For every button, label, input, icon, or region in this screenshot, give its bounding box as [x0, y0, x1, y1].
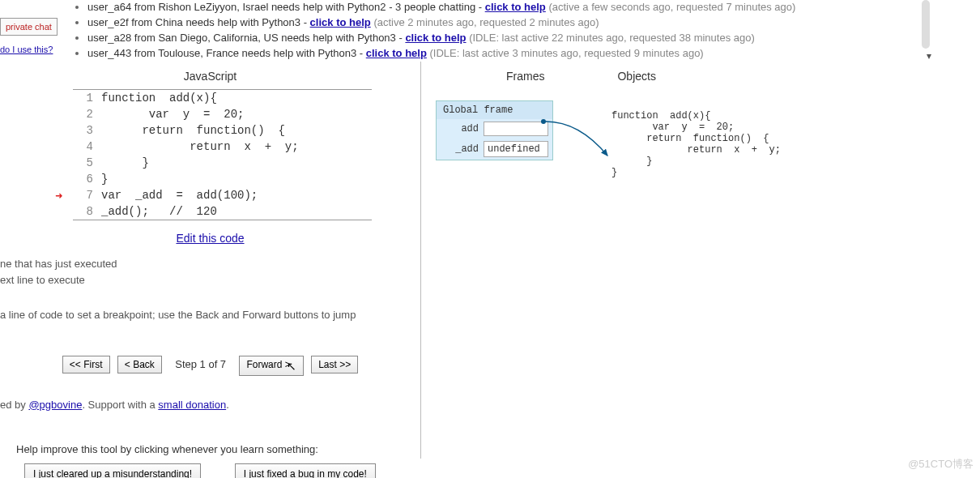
object-function: function add(x){ var y = 20; return func… — [611, 110, 781, 178]
code-line[interactable]: 2 var y = 20; — [73, 106, 372, 122]
just-executed-label: ne that has just executed — [0, 256, 420, 272]
code-line[interactable]: 8_add(); // 120 — [73, 203, 372, 220]
help-item: user_a28 from San Diego, California, US … — [87, 31, 931, 46]
credit-line: ed by @pgbovine. Support with a small do… — [0, 399, 420, 411]
click-to-help-link[interactable]: click to help — [485, 1, 546, 13]
var-name: add — [437, 120, 484, 138]
click-to-help-link[interactable]: click to help — [405, 32, 466, 44]
help-queue: private chat do I use this? user_a64 fro… — [0, 0, 980, 62]
cursor-icon: ↖ — [287, 360, 296, 373]
edit-code-link[interactable]: Edit this code — [0, 232, 420, 245]
step-text: Step 1 of 7 — [175, 358, 226, 370]
donation-link[interactable]: small donation — [158, 399, 226, 411]
frame-row-_add: _add undefined — [437, 139, 552, 160]
private-chat-button[interactable]: private chat — [0, 18, 58, 36]
frames-header: Frames — [506, 70, 544, 83]
code-block: 1function add(x){2 var y = 20;3 return f… — [73, 89, 372, 220]
forward-button[interactable]: Forward >↖ — [239, 356, 303, 376]
current-line-arrow-icon: ➜ — [55, 189, 62, 204]
help-item: user_e2f from China needs help with Pyth… — [87, 15, 931, 31]
frame-row-add: add — [437, 119, 552, 139]
objects-header: Objects — [617, 70, 655, 83]
help-list: user_a64 from Rishon LeZiyyon, Israel ne… — [65, 0, 931, 62]
exec-info: ne that has just executed ext line to ex… — [0, 256, 420, 323]
click-to-help-link[interactable]: click to help — [366, 47, 427, 59]
pointer-arrow-icon — [539, 117, 620, 161]
scrollbar[interactable] — [922, 0, 930, 49]
help-item: user_443 from Toulouse, France needs hel… — [87, 46, 931, 62]
help-item: user_a64 from Rishon LeZiyyon, Israel ne… — [87, 0, 931, 15]
viz-headers: Frames Objects — [437, 70, 964, 83]
improve-label: Help improve this tool by clicking whene… — [16, 443, 420, 455]
svg-point-0 — [541, 119, 546, 124]
last-button[interactable]: Last >> — [311, 356, 358, 373]
global-frame: Global frame add _add undefined — [436, 100, 553, 160]
code-line[interactable]: 6} — [73, 171, 372, 187]
click-to-help-link[interactable]: click to help — [310, 16, 371, 28]
code-line[interactable]: 1function add(x){ — [73, 90, 372, 106]
fixed-bug-button[interactable]: I just fixed a bug in my code! — [235, 463, 376, 479]
visualizer-pane: Frames Objects Global frame add _add und… — [421, 62, 980, 459]
first-button[interactable]: << First — [62, 356, 110, 373]
author-link[interactable]: @pgbovine — [28, 399, 82, 411]
code-line[interactable]: 4 return x + y; — [73, 139, 372, 155]
code-line[interactable]: 5 } — [73, 155, 372, 171]
code-line[interactable]: 3 return function() { — [73, 122, 372, 139]
chevron-down-icon[interactable]: ▾ — [927, 50, 931, 62]
breakpoint-hint: a line of code to set a breakpoint; use … — [0, 307, 420, 323]
next-line-label: ext line to execute — [0, 272, 420, 288]
how-to-use-link[interactable]: do I use this? — [0, 45, 53, 54]
back-button[interactable]: < Back — [117, 356, 162, 373]
global-frame-title: Global frame — [437, 101, 552, 119]
code-title: JavaScript — [0, 70, 420, 83]
var-name: _add — [437, 140, 484, 158]
code-pane: JavaScript 1function add(x){2 var y = 20… — [0, 62, 421, 459]
code-line[interactable]: 7➜var _add = add(100); — [73, 187, 372, 203]
improve-section: Help improve this tool by clicking whene… — [0, 443, 420, 479]
misunderstanding-button[interactable]: I just cleared up a misunderstanding! — [24, 463, 201, 479]
nav-bar: << First < Back Step 1 of 7 Forward >↖ L… — [0, 356, 420, 376]
watermark: @51CTO博客 — [908, 457, 974, 472]
